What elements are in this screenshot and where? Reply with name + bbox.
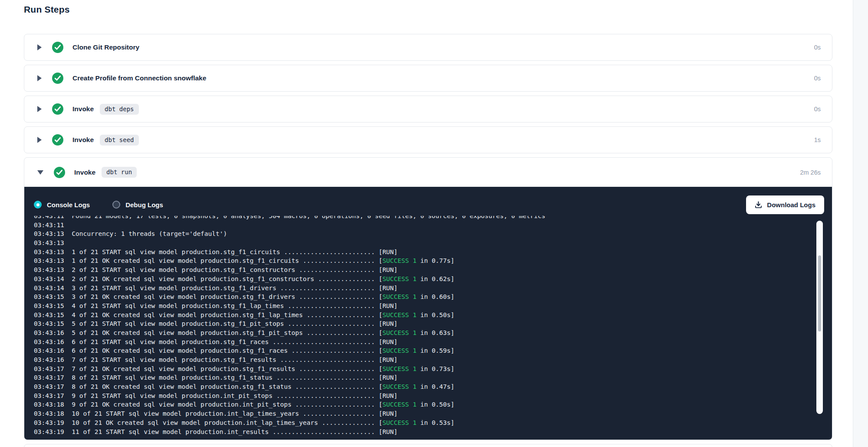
log-line: 03:43:18 9 of 21 OK created sql view mod… bbox=[34, 400, 813, 409]
step-row-create-profile[interactable]: Create Profile from Connection snowflake… bbox=[24, 65, 832, 91]
chevron-right-icon[interactable] bbox=[37, 75, 42, 81]
log-line: 03:43:13 2 of 21 START sql view model pr… bbox=[34, 265, 813, 275]
console-logs-radio-option[interactable]: Console Logs bbox=[34, 201, 90, 209]
step-row-dbt-seed[interactable]: Invoke dbt seed 1s bbox=[24, 127, 832, 153]
page-title: Run Steps bbox=[24, 4, 70, 15]
step-card-dbt-run: Invoke dbt run 2m 26s Console Logs Debug… bbox=[24, 157, 832, 440]
command-badge: dbt seed bbox=[100, 135, 138, 146]
step-label: Invoke bbox=[74, 169, 95, 176]
step-card-dbt-seed: Invoke dbt seed 1s bbox=[24, 126, 832, 153]
run-steps-page: Run Steps Clone Git Repository 0s Create… bbox=[0, 0, 868, 447]
step-row-dbt-deps[interactable]: Invoke dbt deps 0s bbox=[24, 96, 832, 122]
log-line: 03:43:16 6 of 21 START sql view model pr… bbox=[34, 338, 813, 347]
log-line: 03:43:15 4 of 21 OK created sql view mod… bbox=[34, 311, 813, 320]
log-line: 03:43:14 3 of 21 START sql view model pr… bbox=[34, 284, 813, 293]
page-scroll-gutter[interactable] bbox=[853, 0, 868, 447]
debug-logs-label[interactable]: Debug Logs bbox=[125, 201, 163, 209]
step-label: Create Profile from Connection snowflake bbox=[72, 74, 206, 82]
chevron-right-icon[interactable] bbox=[37, 106, 42, 112]
success-check-icon bbox=[54, 167, 65, 178]
log-line: 03:43:11 bbox=[34, 221, 813, 230]
step-card-clone-git-repository: Clone Git Repository 0s bbox=[24, 34, 832, 61]
log-panel: Console Logs Debug Logs Download Logs 03 bbox=[24, 187, 832, 440]
step-label: Invoke bbox=[72, 136, 94, 144]
step-card-create-profile: Create Profile from Connection snowflake… bbox=[24, 65, 832, 92]
step-card-next-clipped[interactable] bbox=[24, 444, 832, 447]
success-check-icon bbox=[52, 134, 63, 146]
log-line: 03:43:11 Found 21 models, 17 tests, 0 sn… bbox=[34, 216, 813, 221]
download-icon bbox=[755, 201, 762, 209]
log-line: 03:43:16 7 of 21 START sql view model pr… bbox=[34, 355, 813, 364]
download-logs-label: Download Logs bbox=[767, 201, 815, 209]
log-line: 03:43:16 5 of 21 OK created sql view mod… bbox=[34, 328, 813, 338]
log-lines: 03:43:11 Found 21 models, 17 tests, 0 sn… bbox=[34, 216, 813, 436]
log-line: 03:43:19 11 of 21 START sql view model p… bbox=[34, 427, 813, 437]
log-line: 03:43:17 9 of 21 START sql view model pr… bbox=[34, 391, 813, 401]
step-row-dbt-run[interactable]: Invoke dbt run 2m 26s bbox=[24, 158, 832, 187]
debug-logs-radio-option[interactable]: Debug Logs bbox=[112, 201, 163, 209]
success-check-icon bbox=[52, 103, 63, 115]
log-line: 03:43:13 1 of 21 START sql view model pr… bbox=[34, 248, 813, 257]
log-panel-toolbar: Console Logs Debug Logs Download Logs bbox=[34, 195, 824, 215]
log-line: 03:43:15 3 of 21 OK created sql view mod… bbox=[34, 292, 813, 301]
success-check-icon bbox=[52, 42, 63, 53]
chevron-right-icon[interactable] bbox=[37, 44, 42, 50]
log-line: 03:43:15 5 of 21 START sql view model pr… bbox=[34, 319, 813, 328]
log-line: 03:43:15 4 of 21 START sql view model pr… bbox=[34, 301, 813, 311]
log-line: 03:43:13 1 of 21 OK created sql view mod… bbox=[34, 256, 813, 265]
log-line: 03:43:13 Concurrency: 1 threads (target=… bbox=[34, 229, 813, 238]
command-badge: dbt deps bbox=[100, 104, 138, 115]
download-logs-button[interactable]: Download Logs bbox=[746, 195, 824, 214]
radio-unselected-icon[interactable] bbox=[112, 201, 120, 209]
chevron-right-icon[interactable] bbox=[37, 137, 42, 143]
log-line: 03:43:17 7 of 21 OK created sql view mod… bbox=[34, 364, 813, 374]
console-logs-label[interactable]: Console Logs bbox=[47, 201, 90, 209]
log-line: 03:43:18 10 of 21 START sql view model p… bbox=[34, 409, 813, 418]
log-line: 03:43:14 2 of 21 OK created sql view mod… bbox=[34, 275, 813, 284]
log-line: 03:43:17 8 of 21 OK created sql view mod… bbox=[34, 382, 813, 391]
step-duration: 0s bbox=[814, 106, 821, 113]
radio-selected-icon[interactable] bbox=[34, 201, 42, 209]
step-duration: 2m 26s bbox=[800, 169, 821, 176]
log-line: 03:43:13 bbox=[34, 238, 813, 248]
step-duration: 1s bbox=[814, 136, 821, 143]
console-log-output[interactable]: 03:43:11 Found 21 models, 17 tests, 0 sn… bbox=[34, 216, 813, 440]
command-badge: dbt run bbox=[102, 167, 137, 178]
step-duration: 0s bbox=[814, 44, 821, 51]
log-line: 03:43:16 6 of 21 OK created sql view mod… bbox=[34, 346, 813, 355]
step-row-clone-git-repository[interactable]: Clone Git Repository 0s bbox=[24, 34, 832, 60]
step-label: Clone Git Repository bbox=[72, 43, 139, 51]
log-line: 03:43:19 10 of 21 OK created sql view mo… bbox=[34, 418, 813, 427]
step-label: Invoke bbox=[72, 105, 94, 113]
step-card-dbt-deps: Invoke dbt deps 0s bbox=[24, 96, 832, 123]
log-scrollbar-track[interactable] bbox=[816, 221, 823, 414]
success-check-icon bbox=[52, 73, 63, 84]
step-duration: 0s bbox=[814, 75, 821, 82]
log-line: 03:43:17 8 of 21 START sql view model pr… bbox=[34, 373, 813, 382]
log-scrollbar-thumb[interactable] bbox=[818, 255, 821, 331]
chevron-down-icon[interactable] bbox=[37, 170, 43, 175]
